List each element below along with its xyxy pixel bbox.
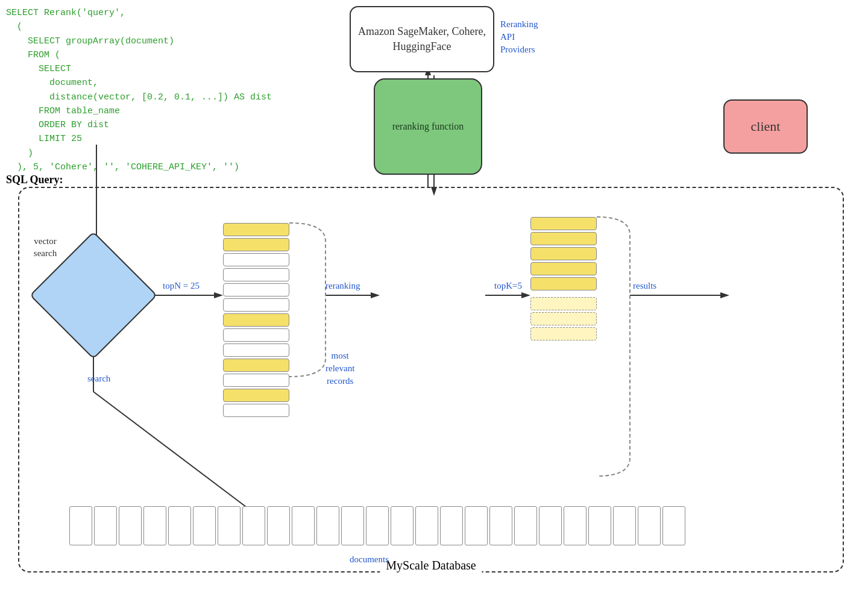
doc-wide (514, 506, 537, 545)
sql-query-label: SQL Query: (6, 174, 63, 186)
doc-item (223, 238, 289, 251)
doc-item (223, 283, 289, 296)
doc-item (223, 328, 289, 342)
code-block: SELECT Rerank('query', ( SELECT groupArr… (6, 6, 272, 174)
topn-label: topN = 25 (163, 281, 200, 291)
doc-wide (465, 506, 488, 545)
most-relevant-label: mostrelevantrecords (326, 350, 354, 387)
doc-wide (613, 506, 636, 545)
doc-wide (119, 506, 142, 545)
doc-item (223, 223, 289, 236)
doc-wide (391, 506, 414, 545)
doc-wide (69, 506, 92, 545)
doc-item (530, 247, 597, 260)
doc-wide (638, 506, 661, 545)
sagemaker-label: Amazon SageMaker, Cohere, HuggingFace (351, 24, 493, 54)
doc-item (223, 374, 289, 387)
doc-item (223, 268, 289, 281)
doc-item (223, 343, 289, 357)
doc-wide (218, 506, 241, 545)
doc-wide (143, 506, 166, 545)
vector-search-text: vectorsearch (15, 236, 75, 259)
search-label: search (87, 374, 110, 384)
sagemaker-box: Amazon SageMaker, Cohere, HuggingFace (350, 6, 494, 72)
left-doc-stack (223, 223, 289, 417)
reranking-function-label: reranking function (392, 120, 464, 133)
doc-item-dashed (530, 327, 597, 340)
doc-wide (316, 506, 339, 545)
doc-wide (489, 506, 512, 545)
doc-wide (366, 506, 389, 545)
doc-item (530, 217, 597, 230)
topk-label: topK=5 (494, 281, 522, 291)
doc-item-dashed (530, 312, 597, 325)
doc-item (223, 298, 289, 312)
doc-wide (564, 506, 587, 545)
documents-label: documents (350, 554, 389, 565)
doc-item (223, 359, 289, 372)
doc-wide (539, 506, 562, 545)
doc-wide (662, 506, 685, 545)
documents-row (69, 506, 685, 545)
doc-item (530, 232, 597, 245)
doc-wide (292, 506, 315, 545)
doc-item (530, 262, 597, 275)
doc-item (223, 253, 289, 266)
client-label: client (751, 119, 781, 134)
doc-wide (588, 506, 611, 545)
doc-item (223, 389, 289, 402)
doc-item (223, 404, 289, 417)
myscale-label: MyScale Database (380, 559, 482, 572)
doc-item-dashed (530, 297, 597, 310)
doc-wide (168, 506, 191, 545)
doc-wide (267, 506, 290, 545)
right-doc-stack (530, 217, 597, 340)
client-box: client (723, 99, 808, 154)
reranking-function-box: reranking function (374, 78, 482, 175)
doc-wide (242, 506, 265, 545)
doc-item (530, 277, 597, 290)
doc-wide (415, 506, 438, 545)
doc-item (223, 313, 289, 327)
doc-wide (440, 506, 463, 545)
reranking-api-label: Reranking API Providers (500, 18, 538, 56)
reranking-label: reranking (326, 281, 360, 291)
doc-wide (341, 506, 364, 545)
results-label: results (633, 281, 656, 291)
doc-wide (94, 506, 117, 545)
doc-wide (193, 506, 216, 545)
